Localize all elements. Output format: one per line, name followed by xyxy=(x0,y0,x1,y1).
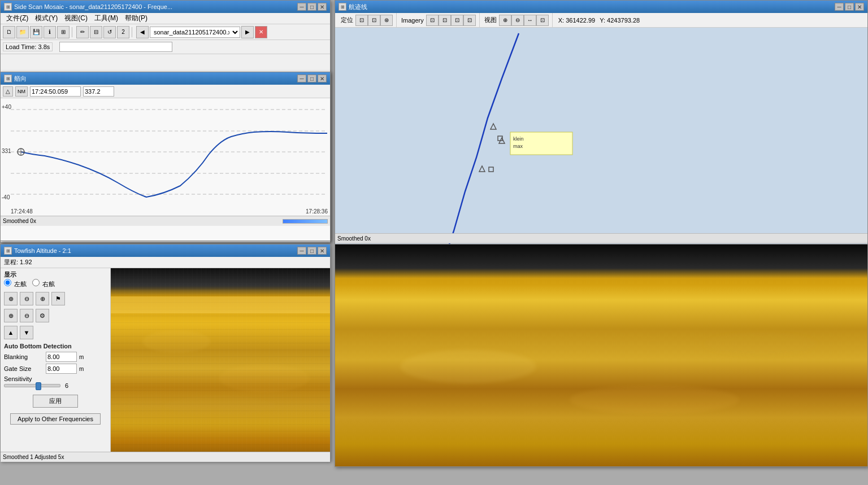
menu-mode[interactable]: 模式(Y) xyxy=(32,12,61,24)
nav-locate-btn3[interactable]: ⊛ xyxy=(380,15,393,26)
sonar-title-bar[interactable]: ⊞ Side Scan Mosaic - sonar_data211205172… xyxy=(1,1,330,13)
nav-imagery-section: Imagery ⊡ ⊡ ⊡ ⊡ xyxy=(398,13,480,27)
towfish-close-btn[interactable]: ✕ xyxy=(318,247,327,255)
gate-size-input[interactable] xyxy=(46,364,77,374)
nav-imagery-btn4[interactable]: ⊡ xyxy=(463,15,476,26)
nav-title-bar[interactable]: ⊞ 航迹线 ─ □ ✕ xyxy=(335,1,867,13)
nav-status-bar: Smoothed 0x xyxy=(335,233,867,243)
nav-maximize-btn[interactable]: □ xyxy=(845,3,854,11)
side-radio-group: 左舷 右舷 xyxy=(4,279,107,289)
svg-point-23 xyxy=(401,349,536,383)
filter-input[interactable] xyxy=(59,42,172,52)
heading-app-icon: ⊞ xyxy=(4,75,12,82)
zoom-in-v-btn[interactable]: ⊕ xyxy=(4,309,18,322)
nav-imagery-btn1[interactable]: ⊡ xyxy=(426,15,439,26)
tb-info-btn[interactable]: ℹ xyxy=(44,26,56,38)
nav-coord-x: X: 361422.99 xyxy=(558,17,595,24)
nav-imagery-btn3[interactable]: ⊡ xyxy=(451,15,463,26)
crosshair-btn[interactable]: ⊕ xyxy=(36,292,49,305)
heading-icon-btn[interactable]: △ xyxy=(3,86,13,97)
y-label-plus40: +40 xyxy=(2,104,11,110)
display-label: 显示 xyxy=(4,270,107,279)
svg-point-24 xyxy=(570,386,739,414)
heading-chart: +40 331 -40 17:24:48 17:28:36 xyxy=(1,98,330,216)
sonar-close-btn[interactable]: ✕ xyxy=(318,3,327,11)
svg-rect-16 xyxy=(489,167,493,172)
nav-close-btn[interactable]: ✕ xyxy=(855,3,864,11)
svg-marker-13 xyxy=(491,124,496,129)
zoom-out-h-btn[interactable]: ⊖ xyxy=(20,292,33,305)
right-radio-label[interactable]: 右舷 xyxy=(32,279,55,289)
heading-title-bar[interactable]: ⊞ 艏向 ─ □ ✕ xyxy=(1,72,330,85)
towfish-distance-bar: 里程: 1.92 xyxy=(1,257,330,268)
y-label-minus40: -40 xyxy=(2,194,10,200)
scroll-indicator[interactable] xyxy=(283,219,328,224)
nav-minimize-btn[interactable]: ─ xyxy=(835,3,844,11)
flag-btn[interactable]: ⚑ xyxy=(51,292,65,305)
apply-button[interactable]: 应用 xyxy=(33,395,78,408)
sensitivity-slider-thumb[interactable] xyxy=(36,382,41,390)
scroll-down-btn[interactable]: ▼ xyxy=(20,326,33,339)
tb-num-btn[interactable]: 2 xyxy=(117,26,129,38)
tb-next-btn[interactable]: ▶ xyxy=(241,26,254,38)
heading-close-btn[interactable]: ✕ xyxy=(318,75,327,82)
blanking-row: Blanking m xyxy=(4,352,107,362)
towfish-controls-panel: 显示 左舷 右舷 ⊕ ⊖ ⊕ ⚑ ⊕ xyxy=(1,268,111,452)
menu-view[interactable]: 视图(C) xyxy=(61,12,91,24)
sonar-minimize-btn[interactable]: ─ xyxy=(297,3,306,11)
nav-view-btn2[interactable]: ⊖ xyxy=(511,15,524,26)
menu-tools[interactable]: 工具(M) xyxy=(91,12,121,24)
nav-imagery-label: Imagery xyxy=(401,17,424,24)
heading-minimize-btn[interactable]: ─ xyxy=(297,75,306,82)
scroll-icon-row: ▲ ▼ xyxy=(4,326,107,339)
nav-view-btn4[interactable]: ⊡ xyxy=(536,15,549,26)
nav-sonar-image xyxy=(335,244,867,466)
heading-maximize-btn[interactable]: □ xyxy=(307,75,316,82)
scroll-up-btn[interactable]: ▲ xyxy=(4,326,18,339)
heading-value-input[interactable] xyxy=(83,86,114,97)
sonar-maximize-btn[interactable]: □ xyxy=(307,3,316,11)
zoom-icon-row: ⊕ ⊖ ⊕ ⚑ xyxy=(4,292,107,305)
zoom-in-h-btn[interactable]: ⊕ xyxy=(4,292,18,305)
nav-locate-btn1[interactable]: ⊡ xyxy=(355,15,368,26)
y-label-331: 331 xyxy=(2,148,11,154)
zoom-out-v-btn[interactable]: ⊖ xyxy=(20,309,33,322)
menu-file[interactable]: 文件(Z) xyxy=(3,12,32,24)
tb-prev-btn[interactable]: ◀ xyxy=(136,26,149,38)
nav-imagery-btn2[interactable]: ⊡ xyxy=(439,15,451,26)
tb-undo-btn[interactable]: ↺ xyxy=(103,26,116,38)
towfish-maximize-btn[interactable]: □ xyxy=(307,247,316,255)
nav-title-text: 航迹线 xyxy=(349,3,834,11)
file-selector[interactable]: sonar_data211205172400.xtf xyxy=(150,27,240,38)
blanking-label: Blanking xyxy=(4,353,44,360)
tb-table-btn[interactable]: ⊟ xyxy=(90,26,102,38)
tb-grid-btn[interactable]: ⊞ xyxy=(57,26,70,38)
tb-pencil-btn[interactable]: ✏ xyxy=(76,26,89,38)
towfish-app-icon: ⊞ xyxy=(4,247,12,255)
blanking-input[interactable] xyxy=(46,352,77,362)
tb-x-btn[interactable]: ✕ xyxy=(255,26,267,38)
sonar2-texture xyxy=(335,244,867,466)
towfish-title-bar[interactable]: ⊞ Towfish Altitude - 2:1 ─ □ ✕ xyxy=(1,244,330,257)
settings-btn[interactable]: ⚙ xyxy=(36,309,49,322)
nav-view-btn1[interactable]: ⊕ xyxy=(499,15,511,26)
nav-map-content[interactable]: 1 klein max ▲ ... xyxy=(335,28,867,246)
sensitivity-slider-track[interactable] xyxy=(4,384,60,387)
heading-window: ⊞ 艏向 ─ □ ✕ △ NM +40 331 -40 17:24:4 xyxy=(0,72,331,241)
nav-locate-btn2[interactable]: ⊡ xyxy=(368,15,380,26)
towfish-minimize-btn[interactable]: ─ xyxy=(297,247,306,255)
left-radio-label[interactable]: 左舷 xyxy=(4,279,27,289)
menu-help[interactable]: 帮助(P) xyxy=(121,12,151,24)
nav-window: ⊞ 航迹线 ─ □ ✕ 定位 ⊡ ⊡ ⊛ Imagery ⊡ ⊡ ⊡ ⊡ 视图 … xyxy=(335,0,868,244)
right-radio[interactable] xyxy=(32,279,40,286)
auto-detect-section: Auto Bottom Detection Blanking m Gate Si… xyxy=(4,343,107,389)
tb-new-btn[interactable]: 🗋 xyxy=(3,26,15,38)
apply-freq-button[interactable]: Apply to Other Frequencies xyxy=(10,413,101,425)
tb-save-btn[interactable]: 💾 xyxy=(30,26,42,38)
nav-view-btn3[interactable]: ↔ xyxy=(524,15,536,26)
heading-time-input[interactable] xyxy=(30,86,81,97)
nav-locate-label: 定位 xyxy=(341,16,353,24)
tb-open-btn[interactable]: 📁 xyxy=(16,26,29,38)
heading-nm-btn[interactable]: NM xyxy=(15,86,28,97)
left-radio[interactable] xyxy=(4,279,11,286)
